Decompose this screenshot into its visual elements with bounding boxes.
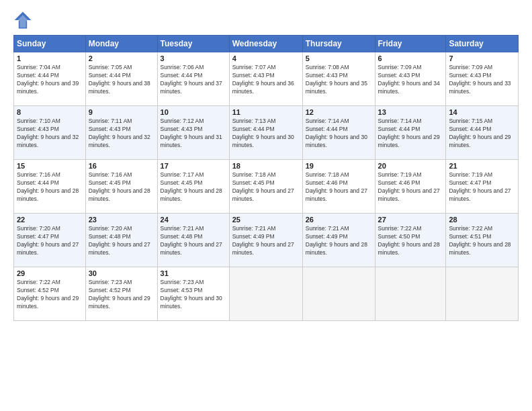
day-info: Sunrise: 7:20 AM Sunset: 4:47 PM Dayligh… bbox=[17, 225, 83, 257]
calendar-cell: 13 Sunrise: 7:14 AM Sunset: 4:44 PM Dayl… bbox=[375, 106, 446, 160]
day-info: Sunrise: 7:09 AM Sunset: 4:43 PM Dayligh… bbox=[449, 64, 515, 96]
calendar-cell: 19 Sunrise: 7:18 AM Sunset: 4:46 PM Dayl… bbox=[302, 160, 375, 214]
day-info: Sunrise: 7:16 AM Sunset: 4:44 PM Dayligh… bbox=[17, 171, 83, 203]
calendar-week-row: 8 Sunrise: 7:10 AM Sunset: 4:43 PM Dayli… bbox=[14, 106, 519, 160]
day-info: Sunrise: 7:22 AM Sunset: 4:52 PM Dayligh… bbox=[17, 279, 83, 311]
day-number: 2 bbox=[89, 54, 154, 62]
calendar-cell: 10 Sunrise: 7:12 AM Sunset: 4:43 PM Dayl… bbox=[157, 106, 229, 160]
calendar-cell bbox=[229, 267, 302, 321]
calendar-cell: 9 Sunrise: 7:11 AM Sunset: 4:43 PM Dayli… bbox=[85, 106, 157, 160]
calendar-cell: 25 Sunrise: 7:21 AM Sunset: 4:49 PM Dayl… bbox=[229, 214, 302, 267]
calendar-cell: 3 Sunrise: 7:06 AM Sunset: 4:44 PM Dayli… bbox=[157, 52, 229, 106]
col-header-sunday: Sunday bbox=[14, 36, 86, 52]
calendar-cell: 18 Sunrise: 7:18 AM Sunset: 4:45 PM Dayl… bbox=[229, 160, 302, 214]
day-number: 30 bbox=[89, 269, 154, 277]
calendar-cell: 29 Sunrise: 7:22 AM Sunset: 4:52 PM Dayl… bbox=[14, 267, 86, 321]
calendar-cell: 16 Sunrise: 7:16 AM Sunset: 4:45 PM Dayl… bbox=[85, 160, 157, 214]
day-info: Sunrise: 7:04 AM Sunset: 4:44 PM Dayligh… bbox=[17, 64, 83, 96]
calendar-cell: 11 Sunrise: 7:13 AM Sunset: 4:44 PM Dayl… bbox=[229, 106, 302, 160]
calendar-cell: 22 Sunrise: 7:20 AM Sunset: 4:47 PM Dayl… bbox=[14, 214, 86, 267]
day-info: Sunrise: 7:08 AM Sunset: 4:43 PM Dayligh… bbox=[306, 64, 372, 96]
calendar-header-row: SundayMondayTuesdayWednesdayThursdayFrid… bbox=[14, 36, 519, 52]
day-number: 31 bbox=[161, 269, 226, 277]
day-info: Sunrise: 7:14 AM Sunset: 4:44 PM Dayligh… bbox=[306, 118, 372, 150]
day-number: 8 bbox=[17, 108, 83, 116]
day-number: 28 bbox=[449, 216, 515, 224]
calendar-week-row: 15 Sunrise: 7:16 AM Sunset: 4:44 PM Dayl… bbox=[14, 160, 519, 214]
day-number: 4 bbox=[232, 54, 300, 62]
header bbox=[13, 11, 519, 30]
calendar-cell: 5 Sunrise: 7:08 AM Sunset: 4:43 PM Dayli… bbox=[302, 52, 375, 106]
calendar-cell: 4 Sunrise: 7:07 AM Sunset: 4:43 PM Dayli… bbox=[229, 52, 302, 106]
day-info: Sunrise: 7:11 AM Sunset: 4:43 PM Dayligh… bbox=[89, 118, 154, 150]
calendar-cell: 14 Sunrise: 7:15 AM Sunset: 4:44 PM Dayl… bbox=[446, 106, 519, 160]
calendar-cell: 8 Sunrise: 7:10 AM Sunset: 4:43 PM Dayli… bbox=[14, 106, 86, 160]
day-info: Sunrise: 7:10 AM Sunset: 4:43 PM Dayligh… bbox=[17, 118, 83, 150]
day-info: Sunrise: 7:23 AM Sunset: 4:52 PM Dayligh… bbox=[89, 279, 154, 311]
calendar-cell bbox=[302, 267, 375, 321]
day-info: Sunrise: 7:15 AM Sunset: 4:44 PM Dayligh… bbox=[449, 118, 515, 150]
calendar-week-row: 22 Sunrise: 7:20 AM Sunset: 4:47 PM Dayl… bbox=[14, 214, 519, 267]
day-info: Sunrise: 7:16 AM Sunset: 4:45 PM Dayligh… bbox=[89, 171, 154, 203]
day-info: Sunrise: 7:23 AM Sunset: 4:53 PM Dayligh… bbox=[161, 279, 226, 311]
day-info: Sunrise: 7:06 AM Sunset: 4:44 PM Dayligh… bbox=[161, 64, 226, 96]
col-header-wednesday: Wednesday bbox=[229, 36, 302, 52]
col-header-monday: Monday bbox=[85, 36, 157, 52]
day-number: 15 bbox=[17, 162, 83, 170]
day-number: 6 bbox=[378, 54, 443, 62]
day-number: 24 bbox=[161, 216, 226, 224]
page: SundayMondayTuesdayWednesdayThursdayFrid… bbox=[0, 0, 532, 411]
logo-icon bbox=[13, 11, 32, 30]
day-number: 23 bbox=[89, 216, 154, 224]
col-header-saturday: Saturday bbox=[446, 36, 519, 52]
day-number: 19 bbox=[306, 162, 372, 170]
day-info: Sunrise: 7:19 AM Sunset: 4:47 PM Dayligh… bbox=[449, 171, 515, 203]
day-info: Sunrise: 7:09 AM Sunset: 4:43 PM Dayligh… bbox=[378, 64, 443, 96]
day-info: Sunrise: 7:07 AM Sunset: 4:43 PM Dayligh… bbox=[232, 64, 300, 96]
calendar-cell: 17 Sunrise: 7:17 AM Sunset: 4:45 PM Dayl… bbox=[157, 160, 229, 214]
day-number: 3 bbox=[161, 54, 226, 62]
day-number: 10 bbox=[161, 108, 226, 116]
calendar-cell: 27 Sunrise: 7:22 AM Sunset: 4:50 PM Dayl… bbox=[375, 214, 446, 267]
calendar-cell: 26 Sunrise: 7:21 AM Sunset: 4:49 PM Dayl… bbox=[302, 214, 375, 267]
day-number: 26 bbox=[306, 216, 372, 224]
col-header-thursday: Thursday bbox=[302, 36, 375, 52]
day-number: 11 bbox=[232, 108, 300, 116]
calendar-cell: 12 Sunrise: 7:14 AM Sunset: 4:44 PM Dayl… bbox=[302, 106, 375, 160]
calendar-cell: 1 Sunrise: 7:04 AM Sunset: 4:44 PM Dayli… bbox=[14, 52, 86, 106]
calendar-cell bbox=[446, 267, 519, 321]
col-header-friday: Friday bbox=[375, 36, 446, 52]
logo bbox=[13, 11, 35, 30]
day-info: Sunrise: 7:21 AM Sunset: 4:48 PM Dayligh… bbox=[161, 225, 226, 257]
day-info: Sunrise: 7:21 AM Sunset: 4:49 PM Dayligh… bbox=[306, 225, 372, 257]
day-info: Sunrise: 7:12 AM Sunset: 4:43 PM Dayligh… bbox=[161, 118, 226, 150]
calendar-cell: 24 Sunrise: 7:21 AM Sunset: 4:48 PM Dayl… bbox=[157, 214, 229, 267]
day-number: 25 bbox=[232, 216, 300, 224]
day-number: 7 bbox=[449, 54, 515, 62]
day-info: Sunrise: 7:18 AM Sunset: 4:46 PM Dayligh… bbox=[306, 171, 372, 203]
calendar-cell: 28 Sunrise: 7:22 AM Sunset: 4:51 PM Dayl… bbox=[446, 214, 519, 267]
day-number: 16 bbox=[89, 162, 154, 170]
calendar-cell: 2 Sunrise: 7:05 AM Sunset: 4:44 PM Dayli… bbox=[85, 52, 157, 106]
calendar-cell: 6 Sunrise: 7:09 AM Sunset: 4:43 PM Dayli… bbox=[375, 52, 446, 106]
day-info: Sunrise: 7:20 AM Sunset: 4:48 PM Dayligh… bbox=[89, 225, 154, 257]
day-number: 27 bbox=[378, 216, 443, 224]
calendar-cell: 23 Sunrise: 7:20 AM Sunset: 4:48 PM Dayl… bbox=[85, 214, 157, 267]
day-info: Sunrise: 7:18 AM Sunset: 4:45 PM Dayligh… bbox=[232, 171, 300, 203]
calendar-cell: 30 Sunrise: 7:23 AM Sunset: 4:52 PM Dayl… bbox=[85, 267, 157, 321]
calendar-cell: 7 Sunrise: 7:09 AM Sunset: 4:43 PM Dayli… bbox=[446, 52, 519, 106]
day-number: 22 bbox=[17, 216, 83, 224]
day-number: 29 bbox=[17, 269, 83, 277]
day-info: Sunrise: 7:21 AM Sunset: 4:49 PM Dayligh… bbox=[232, 225, 300, 257]
day-number: 13 bbox=[378, 108, 443, 116]
day-info: Sunrise: 7:22 AM Sunset: 4:51 PM Dayligh… bbox=[449, 225, 515, 257]
day-number: 5 bbox=[306, 54, 372, 62]
col-header-tuesday: Tuesday bbox=[157, 36, 229, 52]
calendar-cell: 20 Sunrise: 7:19 AM Sunset: 4:46 PM Dayl… bbox=[375, 160, 446, 214]
calendar-week-row: 1 Sunrise: 7:04 AM Sunset: 4:44 PM Dayli… bbox=[14, 52, 519, 106]
day-info: Sunrise: 7:22 AM Sunset: 4:50 PM Dayligh… bbox=[378, 225, 443, 257]
day-number: 14 bbox=[449, 108, 515, 116]
day-number: 18 bbox=[232, 162, 300, 170]
calendar-week-row: 29 Sunrise: 7:22 AM Sunset: 4:52 PM Dayl… bbox=[14, 267, 519, 321]
day-info: Sunrise: 7:13 AM Sunset: 4:44 PM Dayligh… bbox=[232, 118, 300, 150]
